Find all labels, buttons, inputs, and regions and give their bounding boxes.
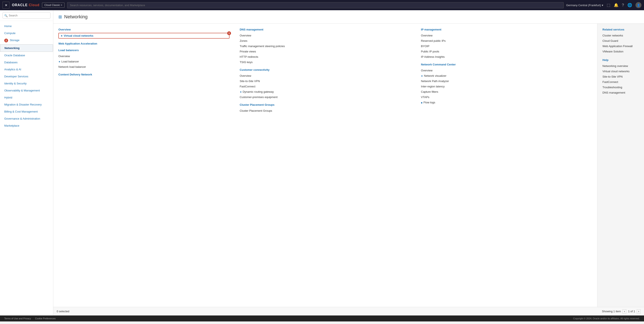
- sidebar-item-oracle-database[interactable]: Oracle Database: [0, 52, 53, 59]
- help-dns[interactable]: DNS management: [602, 90, 639, 95]
- sidebar-item-storage-link[interactable]: 2 Storage: [0, 37, 53, 44]
- cloud-classic-button[interactable]: Cloud Classic >: [42, 2, 64, 8]
- sidebar-item-networking-link[interactable]: Networking: [0, 44, 53, 52]
- next-page-button[interactable]: ›: [637, 309, 640, 314]
- screen-icon[interactable]: ⬚: [607, 3, 610, 8]
- ncc-overview-link[interactable]: Overview: [421, 68, 592, 73]
- ncc-latency-link[interactable]: Inter-region latency: [421, 84, 592, 89]
- sidebar-nav: Home Compute 2 Storage Networking Oracle…: [0, 21, 53, 131]
- footer: Terms of Use and Privacy Cookie Preferen…: [0, 316, 644, 322]
- sidebar-item-oracle-database-link[interactable]: Oracle Database: [0, 52, 53, 59]
- region-selector[interactable]: Germany Central (Frankfurt) ▾: [566, 4, 603, 7]
- networking-menu: Overview ★ Virtual cloud networks 3 Web …: [53, 24, 644, 307]
- sidebar-item-home[interactable]: Home: [0, 22, 53, 30]
- sidebar-item-developer-services-link[interactable]: Developer Services: [0, 73, 53, 80]
- sidebar-item-observability-link[interactable]: Observability & Management: [0, 87, 53, 94]
- sidebar-item-hybrid[interactable]: Hybrid: [0, 94, 53, 101]
- sidebar-item-hybrid-link[interactable]: Hybrid: [0, 94, 53, 101]
- vcn-link[interactable]: Virtual cloud networks: [64, 34, 93, 37]
- sidebar-item-analytics-ai[interactable]: Analytics & AI: [0, 66, 53, 73]
- sidebar-item-observability[interactable]: Observability & Management: [0, 87, 53, 94]
- terms-link[interactable]: Terms of Use and Privacy: [4, 317, 31, 320]
- sidebar-item-billing-link[interactable]: Billing & Cost Management: [0, 108, 53, 115]
- sidebar-search-input[interactable]: [2, 12, 50, 18]
- dns-overview-link[interactable]: Overview: [240, 33, 411, 38]
- sidebar-item-home-link[interactable]: Home: [0, 22, 53, 30]
- cc-cpe-link[interactable]: Customer-premises equipment: [240, 94, 411, 100]
- top-nav: ✕ ORACLE Cloud Cloud Classic > Germany C…: [0, 0, 644, 10]
- sidebar-item-networking[interactable]: Networking: [0, 44, 53, 52]
- nav-right: Germany Central (Frankfurt) ▾ ⬚ 🔔 ? 🌐 👤: [566, 2, 642, 8]
- help-vcn[interactable]: Virtual cloud networks: [602, 69, 639, 74]
- sidebar: 🔍 Home Compute 2 Storage Networking Orac: [0, 10, 53, 316]
- related-waf[interactable]: Web Application Firewall: [602, 44, 639, 49]
- lb-overview-link[interactable]: Overview: [58, 54, 230, 59]
- help-troubleshooting[interactable]: Troubleshooting: [602, 84, 639, 90]
- related-cloud-guard[interactable]: Cloud Guard: [602, 38, 639, 44]
- dns-section-title: DNS management: [240, 28, 411, 31]
- pagination: Showing 1 item ‹ 1 of 1 ›: [602, 309, 640, 314]
- help-networking-overview[interactable]: Networking overview: [602, 63, 639, 69]
- page-header: ⊞ Networking: [53, 10, 644, 24]
- sidebar-item-governance[interactable]: Governance & Administration: [0, 115, 53, 122]
- ip-reserved-link[interactable]: Reserved public IPs: [421, 38, 592, 44]
- menu-col-1: Overview ★ Virtual cloud networks 3 Web …: [53, 24, 235, 307]
- cc-site-to-site-link[interactable]: Site-to-Site VPN: [240, 78, 411, 84]
- sidebar-item-compute[interactable]: Compute: [0, 30, 53, 37]
- sidebar-item-identity-security-link[interactable]: Identity & Security: [0, 80, 53, 87]
- ncc-visualizer-link[interactable]: Network visualizer: [421, 73, 592, 78]
- waa-section-title: Web Application Acceleration: [58, 42, 230, 45]
- bell-icon[interactable]: 🔔: [614, 3, 618, 8]
- ip-byoip-link[interactable]: BYOIP: [421, 44, 592, 49]
- prev-page-button[interactable]: ‹: [622, 309, 626, 314]
- help-site-to-site[interactable]: Site-to-Site VPN: [602, 74, 639, 79]
- badge-2: 2: [4, 38, 8, 42]
- lb-network-load-balancer-link[interactable]: Network load balancer: [58, 64, 230, 70]
- page-label: 1 of 1: [628, 310, 635, 313]
- ncc-vtaps-link[interactable]: VTAPs: [421, 94, 592, 100]
- dns-traffic-link[interactable]: Traffic management steering policies: [240, 44, 411, 49]
- ip-pools-link[interactable]: Public IP pools: [421, 49, 592, 54]
- sidebar-item-databases-link[interactable]: Databases: [0, 59, 53, 66]
- close-button[interactable]: ✕: [2, 2, 10, 8]
- cpg-link[interactable]: Cluster Placement Groups: [240, 108, 411, 114]
- ncc-title: Network Command Center: [421, 63, 592, 66]
- sidebar-item-compute-link[interactable]: Compute: [0, 30, 53, 37]
- ip-overview-link[interactable]: Overview: [421, 33, 592, 38]
- help-fastconnect[interactable]: FastConnect: [602, 79, 639, 84]
- lb-load-balancer-link[interactable]: Load balancer: [58, 59, 230, 64]
- ncc-path-link[interactable]: Network Path Analyzer: [421, 78, 592, 84]
- dns-http-redirects-link[interactable]: HTTP redirects: [240, 54, 411, 60]
- cc-overview-link[interactable]: Overview: [240, 73, 411, 78]
- sidebar-item-marketplace-link[interactable]: Marketplace: [0, 122, 53, 129]
- cc-drg-link[interactable]: Dynamic routing gateway: [240, 89, 411, 94]
- global-search-input[interactable]: [67, 2, 564, 8]
- dns-tsig-link[interactable]: TSIG keys: [240, 60, 411, 65]
- help-title: Help: [602, 58, 639, 62]
- related-services-title: Related services: [602, 28, 639, 31]
- sidebar-item-identity-security[interactable]: Identity & Security: [0, 80, 53, 87]
- dns-zones-link[interactable]: Zones: [240, 38, 411, 44]
- ncc-flow-logs-link[interactable]: Flow logs: [421, 100, 592, 105]
- avatar[interactable]: 👤: [636, 2, 642, 8]
- related-cluster-networks[interactable]: Cluster networks: [602, 33, 639, 38]
- sidebar-item-migration-link[interactable]: Migration & Disaster Recovery: [0, 101, 53, 108]
- cookie-link[interactable]: Cookie Preferences: [35, 317, 56, 320]
- sidebar-item-marketplace[interactable]: Marketplace: [0, 122, 53, 129]
- cc-fastconnect-link[interactable]: FastConnect: [240, 84, 411, 89]
- ip-insights-link[interactable]: IP Address Insights: [421, 54, 592, 60]
- vcn-highlight-box: ★ Virtual cloud networks 3: [58, 33, 230, 38]
- sidebar-item-analytics-ai-link[interactable]: Analytics & AI: [0, 66, 53, 73]
- oracle-logo: ORACLE Cloud: [12, 3, 40, 7]
- sidebar-item-developer-services[interactable]: Developer Services: [0, 73, 53, 80]
- dns-private-views-link[interactable]: Private views: [240, 49, 411, 54]
- globe-icon[interactable]: 🌐: [628, 3, 632, 8]
- sidebar-item-governance-link[interactable]: Governance & Administration: [0, 115, 53, 122]
- sidebar-item-databases[interactable]: Databases: [0, 59, 53, 66]
- ncc-capture-link[interactable]: Capture filters: [421, 89, 592, 94]
- sidebar-item-storage[interactable]: 2 Storage: [0, 37, 53, 44]
- sidebar-item-billing[interactable]: Billing & Cost Management: [0, 108, 53, 115]
- related-vmware[interactable]: VMware Solution: [602, 49, 639, 54]
- sidebar-item-migration[interactable]: Migration & Disaster Recovery: [0, 101, 53, 108]
- help-icon[interactable]: ?: [622, 3, 624, 8]
